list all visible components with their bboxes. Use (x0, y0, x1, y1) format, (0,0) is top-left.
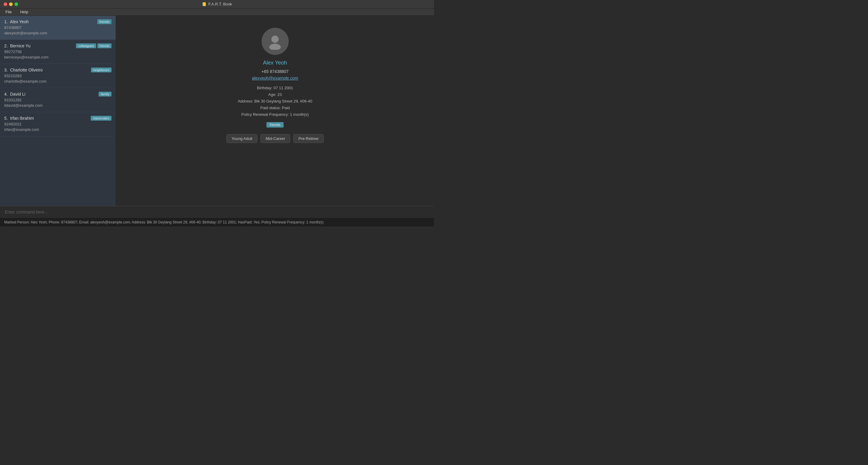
profile-segment-button[interactable]: Pre-Retiree (293, 134, 323, 143)
contact-item[interactable]: 1. Alex Yeoh friends 87438807 alexyeoh@e… (0, 16, 116, 40)
svg-point-0 (272, 36, 279, 43)
contact-tag: friends (97, 43, 112, 48)
window-controls[interactable] (4, 2, 18, 6)
minimize-button[interactable] (9, 2, 13, 6)
profile-buttons: Young AdultMid-CareerPre-Retiree (226, 134, 323, 143)
contact-item-header: 4. David Li family (4, 92, 112, 98)
titlebar: 📒 F.A.R.T. Book (0, 0, 434, 8)
contact-name: 2. Bernice Yu (4, 43, 30, 48)
tags-container: colleaguesfriends (76, 43, 112, 48)
contact-item-header: 2. Bernice Yu colleaguesfriends (4, 43, 112, 50)
detail-name: Alex Yeoh (263, 60, 287, 66)
tags-container: family (98, 92, 112, 96)
tags-container: classmates (91, 116, 112, 121)
person-icon (267, 33, 283, 50)
detail-tags: friends (267, 122, 283, 127)
tags-container: friends (97, 19, 112, 24)
contact-email: charlotte@example.com (4, 79, 112, 84)
contact-item-header: 1. Alex Yeoh friends (4, 19, 112, 25)
contact-item[interactable]: 3. Charlotte Oliveiro neighbours 9321028… (0, 64, 116, 88)
detail-email[interactable]: alexyeoh@example.com (252, 76, 299, 81)
contact-phone: 87438807 (4, 25, 112, 30)
contact-item[interactable]: 2. Bernice Yu colleaguesfriends 99272758… (0, 40, 116, 64)
contact-name: 5. Irfan Ibrahim (4, 116, 34, 121)
contact-email: berniceyu@example.com (4, 55, 112, 59)
contact-tag: colleagues (76, 43, 96, 48)
detail-paid-status: Paid status: Paid (260, 106, 290, 110)
contact-list-panel: 1. Alex Yeoh friends 87438807 alexyeoh@e… (0, 16, 116, 206)
command-input[interactable] (5, 210, 429, 214)
contact-item-header: 3. Charlotte Oliveiro neighbours (4, 67, 112, 74)
contact-item[interactable]: 4. David Li family 91031282 lidavid@exam… (0, 88, 116, 112)
contact-tag: family (98, 92, 112, 96)
profile-segment-button[interactable]: Mid-Career (260, 134, 290, 143)
detail-phone: +65 87438807 (261, 69, 289, 74)
profile-segment-button[interactable]: Young Adult (226, 134, 257, 143)
close-button[interactable] (4, 2, 7, 6)
detail-info: Birthday: 07 11 2001 Age: 23 Address: Bl… (238, 85, 312, 118)
contact-item-header: 5. Irfan Ibrahim classmates (4, 116, 112, 122)
contact-phone: 93210283 (4, 74, 112, 78)
svg-point-1 (270, 44, 281, 50)
menu-help[interactable]: Help (19, 9, 30, 15)
tags-container: neighbours (91, 67, 112, 72)
contact-email: irfan@example.com (4, 127, 112, 132)
window-title: 📒 F.A.R.T. Book (202, 2, 232, 6)
detail-birthday: Birthday: 07 11 2001 (257, 86, 293, 90)
contact-phone: 99272758 (4, 50, 112, 54)
detail-address: Address: Blk 30 Geylang Street 29, #06-4… (238, 99, 312, 104)
command-bar (0, 206, 434, 217)
menubar: File Help (0, 8, 434, 16)
contact-phone: 92492021 (4, 122, 112, 126)
contact-item[interactable]: 5. Irfan Ibrahim classmates 92492021 irf… (0, 112, 116, 136)
contact-tag: neighbours (91, 67, 112, 72)
avatar (261, 28, 289, 55)
contact-name: 3. Charlotte Oliveiro (4, 67, 43, 72)
contact-tag: classmates (91, 116, 112, 121)
detail-policy-renewal: Policy Renewal Frequency: 1 month(s) (241, 112, 309, 117)
contact-name: 4. David Li (4, 92, 25, 96)
maximize-button[interactable] (14, 2, 18, 6)
app-icon: 📒 (202, 2, 207, 6)
detail-age: Age: 23 (268, 92, 282, 97)
contact-email: alexyeoh@example.com (4, 31, 112, 35)
status-bar: Marked Person: Alex Yeoh; Phone: 8743880… (0, 217, 434, 227)
status-text: Marked Person: Alex Yeoh; Phone: 8743880… (4, 220, 323, 224)
contact-phone: 91031282 (4, 98, 112, 102)
contact-detail-panel: Alex Yeoh +65 87438807 alexyeoh@example.… (116, 16, 434, 206)
detail-tag: friends (267, 122, 283, 127)
contact-email: lidavid@example.com (4, 103, 112, 108)
menu-file[interactable]: File (4, 9, 13, 15)
main-layout: 1. Alex Yeoh friends 87438807 alexyeoh@e… (0, 16, 434, 206)
contact-tag: friends (97, 19, 112, 24)
contact-name: 1. Alex Yeoh (4, 19, 29, 24)
